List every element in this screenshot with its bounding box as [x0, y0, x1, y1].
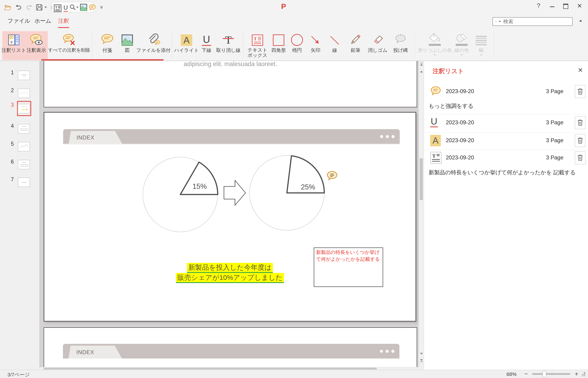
chevron-down-icon — [480, 54, 482, 56]
save-button[interactable] — [35, 2, 43, 13]
maximize-button[interactable] — [563, 4, 568, 9]
slide-thumbnail-4[interactable] — [18, 124, 30, 134]
scrollbar-thumb[interactable] — [44, 368, 377, 369]
arrow-button[interactable]: 矢印 — [306, 31, 325, 60]
underline-icon: U — [430, 116, 438, 127]
eraser-button[interactable]: 消しゴム — [367, 31, 389, 60]
page-number: 1 — [5, 69, 14, 76]
slide-thumbnail-3[interactable] — [18, 104, 30, 114]
zoom-in-button[interactable]: + — [575, 370, 578, 378]
slide-3-current[interactable]: INDEX 15% 25% 新製品を投入した今年度は — [44, 112, 416, 322]
search-input[interactable] — [503, 18, 570, 25]
scrollbar-thumb[interactable] — [420, 158, 423, 200]
slide-thumbnail-6[interactable] — [18, 160, 30, 170]
menu-tab-row: ファイル ホーム 注釈 — [0, 15, 588, 28]
stroke-width-button[interactable]: 幅 — [472, 31, 490, 60]
picture-quick-button[interactable] — [79, 2, 88, 13]
search-scope-dropdown[interactable] — [499, 21, 501, 22]
attach-file-button[interactable]: ファイルを添付 — [137, 31, 170, 60]
tab-home[interactable]: ホーム — [34, 15, 51, 27]
underline-quick-button[interactable]: U — [62, 2, 69, 13]
highlight-line-1: 新製品を投入した今年度は — [187, 263, 273, 273]
chevron-down-icon — [460, 54, 463, 56]
delete-all-annotations-button[interactable]: すべての注釈を削除 — [48, 31, 90, 60]
stroke-width-icon — [475, 32, 487, 46]
fill-color-icon — [429, 32, 441, 46]
textbox-button[interactable]: T テキストボックス — [247, 31, 268, 60]
slide-4-partial[interactable]: INDEX — [44, 327, 417, 368]
delete-annotation-button[interactable] — [575, 134, 586, 147]
horizontal-scrollbar[interactable] — [40, 367, 418, 370]
status-bar: 3/7ページ 68% − + — [0, 370, 588, 378]
divider — [243, 32, 243, 59]
search-quick-button[interactable] — [69, 2, 77, 13]
underline-button[interactable]: U 下線 — [199, 31, 214, 60]
minimize-button[interactable] — [550, 6, 555, 7]
highlight-icon: A — [181, 32, 192, 46]
previous-slide-button[interactable] — [419, 63, 424, 66]
transition-arrow-shape — [224, 180, 245, 205]
undo-icon — [15, 4, 22, 11]
strikethrough-button[interactable]: T 取り消し線 — [215, 31, 242, 60]
panel-close-button[interactable]: ✕ — [578, 67, 583, 74]
vertical-scrollbar[interactable] — [418, 61, 424, 370]
delete-annotation-button[interactable] — [575, 116, 586, 129]
search-box[interactable] — [492, 17, 573, 26]
slide-comment-marker[interactable] — [326, 170, 338, 182]
pencil-button[interactable]: 鉛筆 — [346, 31, 365, 60]
slide-thumbnail-5[interactable] — [18, 142, 30, 152]
ellipse-button[interactable]: 楕円 — [289, 31, 305, 60]
help-button[interactable]: ? — [537, 2, 540, 9]
slide-2-partial[interactable]: adipiscing elit. malesuada laoreet. — [44, 61, 417, 107]
slide-canvas[interactable]: adipiscing elit. malesuada laoreet. INDE… — [40, 61, 424, 370]
comment-balloon-icon — [89, 4, 96, 11]
delete-annotation-button[interactable] — [575, 151, 586, 164]
picture-button[interactable]: 図 — [119, 31, 135, 60]
zoom-slider-handle[interactable] — [543, 371, 546, 377]
redo-button[interactable] — [26, 2, 33, 13]
jump-top-icon — [420, 63, 423, 63]
annotation-entry[interactable]: 2023-09-20 3 Page — [424, 84, 588, 99]
divider — [494, 32, 494, 59]
tab-file[interactable]: ファイル — [8, 15, 30, 27]
annotation-entry[interactable]: A 2023-09-20 3 Page — [424, 133, 588, 148]
slide-thumbnail-1[interactable] — [18, 70, 30, 80]
zoom-out-button[interactable]: − — [524, 370, 528, 378]
collapse-ribbon-button[interactable] — [579, 20, 582, 22]
annotation-show-button[interactable]: 注釈表示 — [25, 31, 48, 60]
next-slide-button[interactable] — [419, 359, 424, 362]
sticky-note-button[interactable]: 付箋 — [97, 31, 117, 60]
save-dropdown[interactable] — [44, 2, 47, 13]
fill-color-button[interactable]: 塗りつぶしの色 — [418, 31, 451, 60]
textbox-quick-button[interactable]: T — [53, 3, 62, 14]
highlight-icon: A — [430, 135, 441, 146]
open-file-button[interactable] — [4, 2, 12, 13]
line-button[interactable]: 線 — [326, 31, 343, 60]
line-color-button[interactable]: 線の色 — [451, 31, 472, 60]
undo-button[interactable] — [15, 2, 22, 13]
annotation-entry[interactable]: T 2023-09-20 3 Page — [424, 150, 588, 165]
textbox-annotation-icon: T — [430, 152, 442, 165]
slide-thumbnail-2[interactable] — [18, 88, 30, 98]
lasso-button[interactable]: 投げ縄 — [389, 31, 412, 60]
highlight-line-2: 販売シェアが10%アップしました — [176, 273, 284, 283]
pencil-label: 鉛筆 — [351, 47, 360, 53]
customize-toolbar-button[interactable] — [99, 2, 104, 13]
scroll-up-button[interactable] — [419, 71, 424, 72]
delete-annotation-button[interactable] — [575, 85, 586, 98]
highlight-button[interactable]: A ハイライト — [175, 31, 198, 60]
annotation-textbox[interactable]: 新製品の特長をいくつか挙げて何がよかったかを記載する — [314, 247, 383, 287]
annotation-entry[interactable]: U 2023-09-20 3 Page — [424, 115, 588, 130]
slide-thumbnail-7[interactable] — [18, 177, 30, 187]
zoom-slider-track[interactable] — [532, 373, 570, 375]
annotation-list-button[interactable]: 注釈リスト — [3, 31, 25, 60]
highlight-label: ハイライト — [174, 47, 199, 53]
rectangle-button[interactable]: 四角形 — [269, 31, 288, 60]
search-quick-dropdown[interactable] — [76, 2, 79, 13]
tab-annotation[interactable]: 注釈 — [58, 15, 69, 28]
comment-quick-button[interactable] — [88, 2, 97, 13]
scroll-down-button[interactable] — [419, 353, 424, 355]
zoom-slider-midpoint — [552, 372, 552, 376]
close-button[interactable]: ✕ — [577, 2, 582, 10]
fit-slide-button[interactable] — [581, 372, 586, 378]
